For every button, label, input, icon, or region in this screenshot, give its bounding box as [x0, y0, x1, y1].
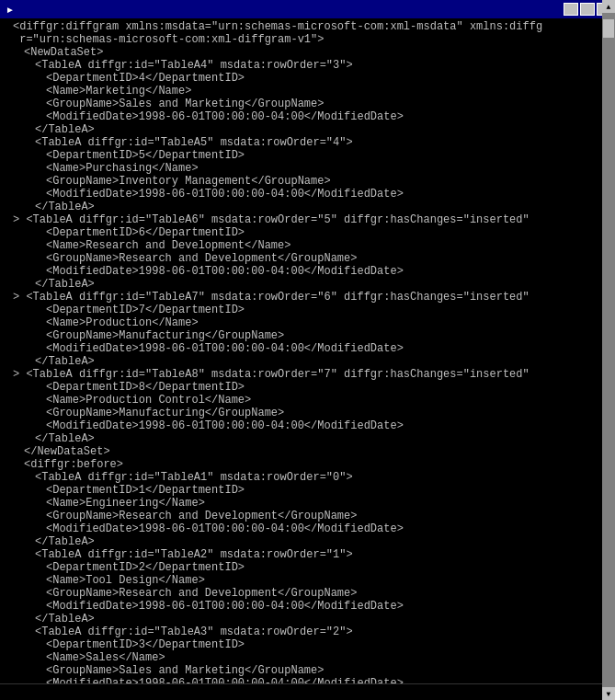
code-line: <Name>Sales</Name>: [13, 651, 613, 664]
minimize-button[interactable]: [564, 3, 578, 16]
code-line: <Name>Engineering</Name>: [13, 497, 613, 510]
code-line: <DepartmentID>3</DepartmentID>: [13, 638, 613, 651]
code-line: </TableA>: [13, 201, 613, 213]
code-line: <ModifiedDate>1998-06-01T00:00:00-04:00<…: [13, 265, 613, 278]
code-line: <DepartmentID>1</DepartmentID>: [13, 484, 613, 497]
main-window: ► <diffgr:diffgram xmlns:msdata="urn:sch…: [0, 0, 615, 700]
code-line: r="urn:schemas-microsoft-com:xml-diffgra…: [13, 33, 613, 46]
code-line: <GroupName>Research and Development</Gro…: [13, 587, 613, 600]
title-bar-left: ►: [4, 3, 564, 16]
title-bar: ►: [0, 0, 615, 18]
code-line: <ModifiedDate>1998-06-01T00:00:00-04:00<…: [13, 419, 613, 432]
code-line: <TableA diffgr:id="TableA4" msdata:rowOr…: [13, 59, 613, 72]
code-line: <Name>Tool Design</Name>: [13, 574, 613, 587]
code-line: <DepartmentID>6</DepartmentID>: [13, 226, 613, 239]
code-line: <DepartmentID>4</DepartmentID>: [13, 72, 613, 85]
code-line: <DepartmentID>5</DepartmentID>: [13, 149, 613, 162]
code-line: <DepartmentID>2</DepartmentID>: [13, 561, 613, 574]
code-line: <ModifiedDate>1998-06-01T00:00:00-04:00<…: [13, 110, 613, 123]
code-line: > <TableA diffgr:id="TableA8" msdata:row…: [13, 368, 613, 381]
code-line: <ModifiedDate>1998-06-01T00:00:00-04:00<…: [13, 522, 613, 535]
code-line: <ModifiedDate>1998-06-01T00:00:00-04:00<…: [13, 342, 613, 355]
code-line: <Name>Purchasing</Name>: [13, 162, 613, 175]
code-line: <GroupName>Manufacturing</GroupName>: [13, 329, 613, 342]
code-line: <Name>Production Control</Name>: [13, 394, 613, 407]
scroll-thumb[interactable]: [603, 19, 614, 38]
code-line: <Name>Marketing</Name>: [13, 85, 613, 98]
code-line: <TableA diffgr:id="TableA3" msdata:rowOr…: [13, 625, 613, 638]
code-line: <diffgr:diffgram xmlns:msdata="urn:schem…: [13, 20, 613, 33]
code-line: </TableA>: [13, 613, 613, 625]
code-line: > <TableA diffgr:id="TableA7" msdata:row…: [13, 291, 613, 304]
code-line: <ModifiedDate>1998-06-01T00:00:00-04:00<…: [13, 600, 613, 613]
code-line: <TableA diffgr:id="TableA5" msdata:rowOr…: [13, 136, 613, 149]
code-line: </NewDataSet>: [13, 445, 613, 458]
code-line: </TableA>: [13, 535, 613, 548]
code-line: </TableA>: [13, 278, 613, 291]
code-line: <GroupName>Research and Development</Gro…: [13, 252, 613, 265]
code-line: </TableA>: [13, 355, 613, 368]
code-line: <Name>Research and Development</Name>: [13, 239, 613, 252]
code-line: <GroupName>Sales and Marketing</GroupNam…: [13, 664, 613, 677]
code-line: <GroupName>Research and Development</Gro…: [13, 510, 613, 522]
code-line: <GroupName>Inventory Management</GroupNa…: [13, 175, 613, 188]
code-line: </TableA>: [13, 432, 613, 445]
vertical-scrollbar[interactable]: ▲ ▼: [602, 18, 615, 683]
code-line: <DepartmentID>8</DepartmentID>: [13, 381, 613, 394]
code-line: > <TableA diffgr:id="TableA6" msdata:row…: [13, 213, 613, 226]
code-line: <TableA diffgr:id="TableA1" msdata:rowOr…: [13, 471, 613, 484]
code-line: <diffgr:before>: [13, 458, 613, 471]
content-wrapper: <diffgr:diffgram xmlns:msdata="urn:schem…: [0, 18, 615, 683]
code-line: <GroupName>Manufacturing</GroupName>: [13, 407, 613, 419]
code-line: <NewDataSet>: [13, 46, 613, 59]
code-line: </TableA>: [13, 123, 613, 136]
status-bar: [0, 683, 615, 700]
code-line: <ModifiedDate>1998-06-01T00:00:00-04:00<…: [13, 677, 613, 683]
scroll-track[interactable]: [603, 18, 614, 683]
code-container: <diffgr:diffgram xmlns:msdata="urn:schem…: [0, 18, 615, 683]
maximize-button[interactable]: [580, 3, 595, 16]
code-line: <ModifiedDate>1998-06-01T00:00:00-04:00<…: [13, 188, 613, 201]
code-line: <Name>Production</Name>: [13, 316, 613, 329]
code-line: <GroupName>Sales and Marketing</GroupNam…: [13, 98, 613, 110]
app-icon: ►: [4, 3, 17, 16]
code-line: <DepartmentID>7</DepartmentID>: [13, 304, 613, 316]
code-line: <TableA diffgr:id="TableA2" msdata:rowOr…: [13, 548, 613, 561]
